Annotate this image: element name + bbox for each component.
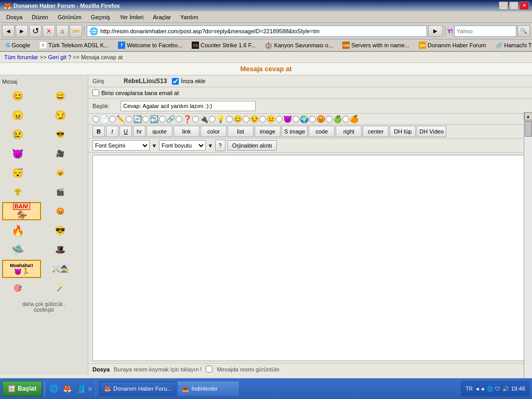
breadcrumb-back[interactable]: Geri git ? bbox=[48, 54, 71, 60]
smiley-radio-4[interactable] bbox=[142, 116, 149, 123]
dhvideo-button[interactable]: DH Video bbox=[417, 126, 446, 137]
smiley-icon-10[interactable]: 😒 bbox=[250, 115, 259, 123]
bold-button[interactable]: B bbox=[92, 126, 105, 137]
help-button[interactable]: ? bbox=[215, 140, 225, 151]
taskbar-downloads[interactable]: 📥 İndirilenler bbox=[177, 381, 240, 396]
menu-dosya[interactable]: Dosya bbox=[2, 13, 26, 21]
smiley-radio-6[interactable] bbox=[176, 116, 182, 123]
emoji-2[interactable]: 😄 bbox=[45, 87, 76, 105]
message-textarea[interactable] bbox=[92, 155, 528, 361]
stop-button[interactable]: ✕ bbox=[43, 25, 55, 37]
list-button[interactable]: list bbox=[228, 126, 254, 137]
emoji-3[interactable]: 😠 bbox=[2, 106, 33, 124]
emoji-15[interactable]: 🔥 bbox=[2, 221, 33, 240]
smiley-radio-8[interactable] bbox=[209, 116, 216, 123]
orjinal-button[interactable]: Orjinalden alıntı bbox=[228, 140, 277, 151]
more-emojis[interactable]: daha çok gülücük..özelleştir bbox=[2, 301, 86, 313]
center-button[interactable]: center bbox=[363, 126, 389, 137]
maximize-button[interactable]: □ bbox=[509, 2, 518, 10]
smiley-icon-1[interactable]: 📄 bbox=[100, 115, 109, 123]
smiley-icon-13[interactable]: 🌍 bbox=[300, 115, 309, 123]
smiley-icon-11[interactable]: 😐 bbox=[267, 115, 275, 123]
forward-button[interactable]: ► bbox=[16, 25, 28, 37]
close-button[interactable]: ✕ bbox=[520, 2, 529, 10]
quicklaunch-firefox[interactable]: 🦊 bbox=[61, 382, 73, 395]
smiley-radio-13[interactable] bbox=[292, 116, 299, 123]
address-input[interactable] bbox=[100, 28, 424, 34]
smiley-icon-8[interactable]: 💡 bbox=[216, 115, 225, 123]
dhtup-button[interactable]: DH tüp bbox=[390, 126, 416, 137]
emoji-12[interactable]: 🎬 bbox=[45, 183, 76, 201]
italic-button[interactable]: I bbox=[106, 126, 118, 137]
simage-button[interactable]: S image bbox=[282, 126, 308, 137]
imza-checkbox-label[interactable]: İmza ekle bbox=[172, 78, 205, 85]
bookmark-dh[interactable]: DH Donanım Haber Forum bbox=[415, 41, 490, 50]
smiley-icon-9[interactable]: 😊 bbox=[233, 115, 242, 123]
emoji-22[interactable]: 🪄 bbox=[45, 279, 76, 297]
underline-button[interactable]: U bbox=[119, 126, 132, 137]
smiley-radio-11[interactable] bbox=[259, 116, 266, 123]
smiley-icon-14[interactable]: 😡 bbox=[316, 115, 325, 123]
smiley-radio-3[interactable] bbox=[126, 116, 132, 123]
smiley-icon-6[interactable]: ❓ bbox=[183, 115, 192, 123]
mesajda-resim-checkbox[interactable] bbox=[206, 366, 212, 373]
emoji-18[interactable]: 🎩 bbox=[45, 241, 76, 259]
quicklaunch-3[interactable]: 📘 bbox=[74, 382, 87, 395]
font-family-select[interactable]: Font Seçimi bbox=[92, 140, 150, 151]
scroll-up-button[interactable]: ▲ bbox=[524, 112, 533, 121]
smiley-radio-2[interactable] bbox=[109, 116, 116, 123]
emoji-17[interactable]: 🛸 bbox=[2, 241, 33, 259]
home-button[interactable]: ⌂ bbox=[56, 25, 69, 37]
email-checkbox[interactable] bbox=[92, 89, 99, 96]
menu-yardim[interactable]: Yardım bbox=[176, 13, 203, 21]
bookmark-cs[interactable]: CS Counter Strike 1.6 F... bbox=[188, 41, 259, 50]
emoji-6[interactable]: 😎 bbox=[45, 125, 76, 143]
bookmark-servers[interactable]: GM Servers with in name... bbox=[339, 41, 413, 50]
muahaha-emoji[interactable]: Muahaha!! 😈🏃 bbox=[2, 260, 41, 278]
menu-araclar[interactable]: Araçlar bbox=[149, 13, 175, 21]
breadcrumb-forums[interactable]: Tüm forumlar bbox=[4, 54, 38, 60]
code-button[interactable]: code bbox=[309, 126, 335, 137]
bookmark-facebook[interactable]: f Welcome to Facebo... bbox=[114, 41, 186, 50]
smiley-radio-9[interactable] bbox=[226, 116, 233, 123]
emoji-8[interactable]: 🎥 bbox=[45, 144, 76, 163]
quote-button[interactable]: quote bbox=[147, 126, 172, 137]
smiley-radio-16[interactable] bbox=[342, 116, 349, 123]
bookmark-telekom[interactable]: T Türk Telekom ADSL K... bbox=[36, 41, 112, 50]
bookmark-kanyon[interactable]: 🏰 Kanyon Savunması o... bbox=[261, 41, 337, 50]
reload-button[interactable]: ↺ bbox=[29, 25, 42, 37]
smiley-icon-5[interactable]: 🔗 bbox=[166, 115, 175, 123]
quicklaunch-expand[interactable]: » bbox=[88, 384, 92, 393]
dh-button[interactable]: DH bbox=[70, 25, 82, 37]
emoji-14[interactable]: 😡 bbox=[45, 202, 76, 220]
smiley-icon-4[interactable]: ↩️ bbox=[150, 115, 158, 123]
menu-gorunum[interactable]: Görünüm bbox=[54, 13, 86, 21]
emoji-5[interactable]: 😢 bbox=[2, 125, 33, 143]
smiley-radio-12[interactable] bbox=[276, 116, 283, 123]
smiley-radio-5[interactable] bbox=[159, 116, 166, 123]
smiley-icon-12[interactable]: 😈 bbox=[283, 115, 292, 123]
yahoo-search-input[interactable] bbox=[454, 25, 516, 37]
smiley-icon-3[interactable]: 🔄 bbox=[133, 115, 142, 123]
emoji-10[interactable]: 😺 bbox=[45, 164, 76, 182]
smiley-icon-15[interactable]: 🍏 bbox=[333, 115, 342, 123]
hr-button[interactable]: hr bbox=[133, 126, 145, 137]
right-button[interactable]: right bbox=[336, 126, 362, 137]
color-button[interactable]: color bbox=[201, 126, 227, 137]
emoji-1[interactable]: 😊 bbox=[2, 87, 33, 105]
link-button[interactable]: link bbox=[174, 126, 200, 137]
bookmark-hamachi[interactable]: 🔗 Hamachi TÜRK bbox=[492, 41, 533, 50]
minimize-button[interactable]: _ bbox=[499, 2, 508, 10]
smiley-icon-2[interactable]: ✏️ bbox=[116, 115, 125, 123]
emoji-9[interactable]: 😴 bbox=[2, 164, 33, 182]
bookmark-google[interactable]: G Google bbox=[2, 41, 34, 49]
smiley-radio-1[interactable] bbox=[92, 116, 99, 123]
smiley-icon-16[interactable]: 🍊 bbox=[350, 115, 358, 123]
emoji-11[interactable]: 😤 bbox=[2, 183, 33, 201]
emoji-16[interactable]: 😎 bbox=[45, 221, 76, 240]
emoji-21[interactable]: 🎯 bbox=[2, 279, 33, 297]
smiley-radio-14[interactable] bbox=[309, 116, 316, 123]
font-size-select[interactable]: Font boyutu bbox=[159, 140, 206, 151]
smiley-icon-7[interactable]: 🔌 bbox=[200, 115, 208, 123]
scroll-thumb[interactable] bbox=[525, 121, 532, 137]
